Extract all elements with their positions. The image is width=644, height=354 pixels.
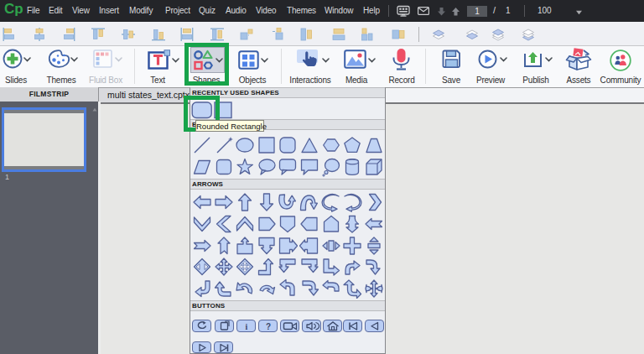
svg-text:?: ? (266, 322, 271, 331)
svg-text:i: i (246, 322, 248, 331)
